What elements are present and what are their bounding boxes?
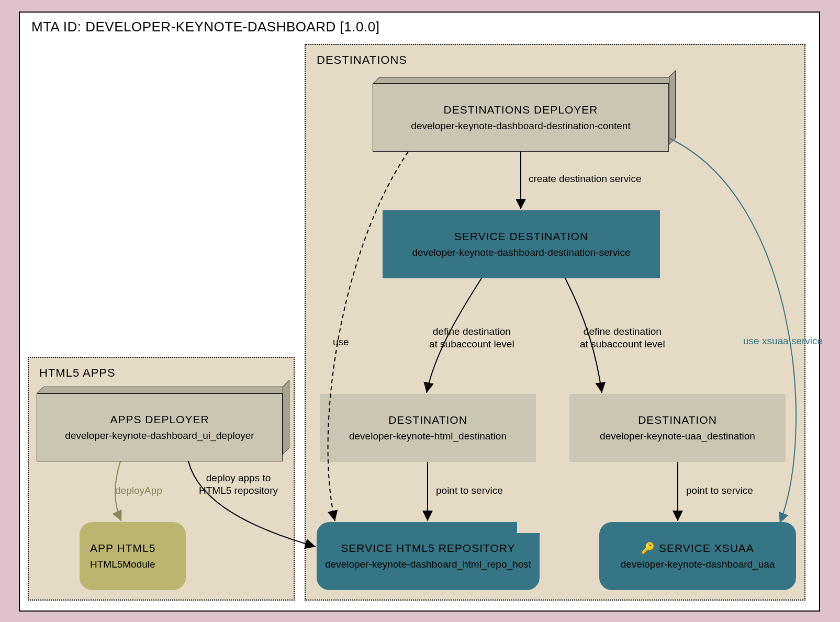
node-service-destination-title: SERVICE DESTINATION bbox=[454, 230, 588, 243]
node-dest-deployer-title: DESTINATIONS DEPLOYER bbox=[444, 104, 598, 116]
edge-define-sub-2: define destination at subaccount level bbox=[580, 325, 665, 350]
node-apps-deployer: APPS DEPLOYER developer-keynote-dashboar… bbox=[37, 393, 285, 461]
group-html5-apps-title: HTML5 APPS bbox=[39, 366, 116, 380]
node-apps-deployer-sub: developer-keynote-dashboard_ui_deployer bbox=[65, 430, 254, 442]
key-icon: 🔑 bbox=[641, 542, 659, 554]
node-service-xsuaa: 🔑 SERVICE XSUAA developer-keynote-dashbo… bbox=[599, 522, 796, 590]
group-destinations-title: DESTINATIONS bbox=[317, 53, 407, 67]
node-destinations-deployer: DESTINATIONS DEPLOYER developer-keynote-… bbox=[373, 84, 671, 152]
edge-deploy-repo: deploy apps to HTML5 repository bbox=[199, 472, 278, 497]
node-destination-uaa-sub: developer-keynote-uaa_destination bbox=[600, 431, 755, 442]
node-destination-uaa-title: DESTINATION bbox=[638, 414, 717, 426]
node-destination-html-sub: developer-keynote-html_destination bbox=[349, 431, 507, 442]
node-service-xsuaa-title: SERVICE XSUAA bbox=[659, 542, 754, 554]
node-service-destination-sub: developer-keynote-dashboard-destination-… bbox=[412, 247, 630, 258]
node-service-destination: SERVICE DESTINATION developer-keynote-da… bbox=[383, 210, 660, 278]
edge-use-xsuaa: use xsuaa service bbox=[743, 335, 823, 347]
page-title: MTA ID: DEVELOPER-KEYNOTE-DASHBOARD [1.0… bbox=[31, 19, 379, 35]
node-apps-deployer-title: APPS DEPLOYER bbox=[110, 413, 209, 426]
node-app-html5-sub: HTML5Module bbox=[90, 559, 155, 570]
node-destination-html: DESTINATION developer-keynote-html_desti… bbox=[320, 394, 536, 462]
folder-notch bbox=[517, 522, 540, 534]
node-service-html5-repo-title: SERVICE HTML5 REPOSITORY bbox=[341, 542, 515, 555]
edge-point-svc-1: point to service bbox=[436, 484, 503, 497]
node-service-xsuaa-sub: developer-keynote-dashboard_uaa bbox=[621, 559, 775, 570]
node-app-html5-title: APP HTML5 bbox=[90, 542, 155, 555]
edge-use: use bbox=[333, 336, 349, 348]
node-app-html5: APP HTML5 HTML5Module bbox=[80, 522, 186, 590]
edge-define-sub-1: define destination at subaccount level bbox=[429, 325, 514, 350]
node-service-html5-repo-sub: developer-keynote-dashboard_html_repo_ho… bbox=[325, 559, 531, 570]
node-dest-deployer-sub: developer-keynote-dashboard-destination-… bbox=[411, 120, 630, 132]
edge-point-svc-2: point to service bbox=[686, 484, 753, 497]
edge-deploy-app: deployApp bbox=[115, 484, 162, 497]
node-destination-html-title: DESTINATION bbox=[388, 414, 467, 426]
node-destination-uaa: DESTINATION developer-keynote-uaa_destin… bbox=[569, 394, 786, 462]
edge-create-dest-svc: create destination service bbox=[529, 173, 641, 185]
node-service-html5-repo: SERVICE HTML5 REPOSITORY developer-keyno… bbox=[317, 522, 540, 590]
